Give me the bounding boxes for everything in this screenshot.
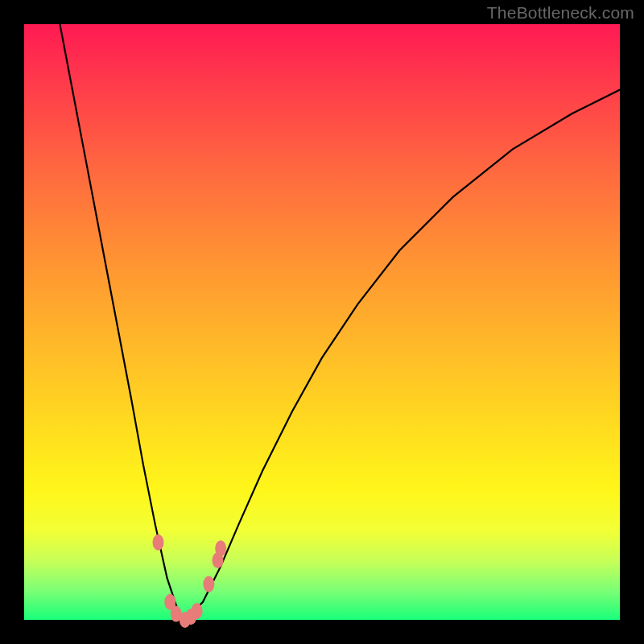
bottleneck-curve: [60, 24, 620, 620]
marker-point: [203, 576, 214, 592]
marker-point: [192, 603, 203, 619]
bottleneck-curve-svg: [24, 24, 620, 620]
marker-group: [153, 535, 227, 628]
watermark-text: TheBottleneck.com: [487, 3, 634, 23]
marker-point: [153, 535, 164, 551]
marker-point: [215, 540, 226, 556]
plot-area: [24, 24, 620, 620]
chart-frame: TheBottleneck.com: [0, 0, 644, 644]
